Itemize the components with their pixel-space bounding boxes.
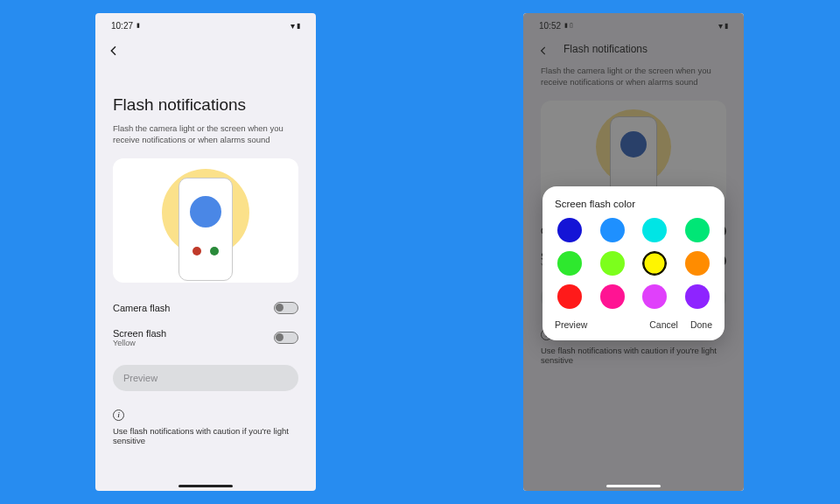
status-time: 10:27 [111,21,133,31]
color-swatch[interactable] [600,218,625,242]
color-swatch[interactable] [642,251,667,276]
status-time: 10:52 [539,21,561,31]
status-icon: ▮ [136,22,140,29]
color-swatch[interactable] [642,284,667,309]
dialog-cancel-button[interactable]: Cancel [649,319,678,330]
status-icon: ▮ ▯ [564,22,573,29]
caution-text: Use flash notifications with caution if … [523,342,744,365]
screen-flash-sublabel: Yellow [113,339,166,347]
color-swatch[interactable] [685,284,710,309]
dialog-done-button[interactable]: Done [690,319,712,330]
color-swatch[interactable] [642,218,667,242]
home-indicator [178,485,233,487]
back-button[interactable] [102,39,125,62]
battery-icon: ▮ [297,22,300,30]
caution-text: Use flash notifications with caution if … [95,423,316,445]
page-subtitle: Flash the camera light or the screen whe… [95,123,316,155]
wifi-icon: ▾ [718,21,723,31]
screen-flash-label: Screen flash [113,328,166,339]
color-swatch[interactable] [600,284,625,309]
screen-flash-row: Screen flash Yellow [95,321,316,354]
page-subtitle: Flash the camera light or the screen whe… [523,66,744,97]
color-swatch[interactable] [685,251,710,276]
preview-label: Preview [123,373,158,383]
preview-button[interactable]: Preview [113,365,298,391]
battery-icon: ▮ [724,22,728,30]
illustration [113,158,298,283]
color-swatch[interactable] [685,218,710,242]
color-swatch[interactable] [600,251,625,276]
camera-flash-label: Camera flash [113,303,170,313]
color-swatches [555,218,712,309]
color-picker-dialog: Screen flash color Preview Cancel Done [542,186,724,340]
back-button[interactable] [532,39,555,62]
camera-flash-row: Camera flash [95,295,316,321]
color-swatch[interactable] [557,218,582,242]
screen-flash-toggle[interactable] [274,332,298,344]
dialog-title: Screen flash color [555,199,712,209]
illustration-phone [178,178,233,281]
page-title: Flash notifications [95,66,316,123]
camera-flash-toggle[interactable] [274,302,298,314]
dialog-preview-button[interactable]: Preview [555,319,587,330]
status-bar: 10:52 ▮ ▯ ▾ ▮ [523,13,744,38]
color-swatch[interactable] [557,251,582,276]
phone-right: 10:52 ▮ ▯ ▾ ▮ Flash notifications Flash … [523,13,744,491]
info-icon: i [113,410,124,421]
page-title: Flash notifications [564,43,648,59]
wifi-icon: ▾ [290,21,295,31]
color-swatch[interactable] [557,284,582,309]
status-bar: 10:27 ▮ ▾ ▮ [95,13,316,38]
phone-left: 10:27 ▮ ▾ ▮ Flash notifications Flash th… [95,13,316,491]
home-indicator [606,485,661,487]
